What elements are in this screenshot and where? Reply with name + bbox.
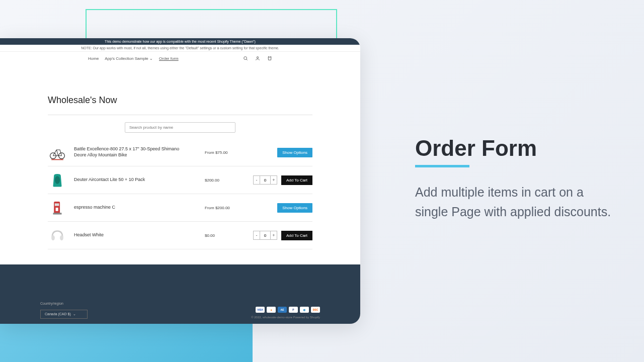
svg-point-6 [55,176,60,184]
qty-value[interactable]: 0 [260,231,270,240]
discover-icon: DSC [311,307,320,313]
search-input[interactable] [125,122,235,133]
svg-point-11 [51,235,55,240]
page-title: Wholesale's Now [48,95,312,106]
chevron-down-icon: ⌄ [149,56,153,61]
note-banner: NOTE: Our app works with most, if not al… [0,45,360,52]
quantity-stepper: - 0 + [253,175,277,185]
product-name[interactable]: Headset White [74,232,198,238]
product-row: Headset White $0.00 - 0 + Add To Cart [48,222,312,249]
chevron-down-icon: ⌄ [73,312,76,316]
product-name[interactable]: espresso machine C [74,205,198,211]
decorative-teal-frame [86,9,337,39]
navbar: Home App's Collection Sample ⌄ Order for… [0,52,360,65]
promo-text: Add multiple items in cart on a single P… [415,183,616,222]
region-label: Country/region [40,302,88,305]
diners-icon: ◐ [300,307,309,313]
main-content: Wholesale's Now Battle Excellence-800 27… [0,65,360,259]
svg-rect-9 [53,213,62,214]
add-to-cart-button[interactable]: Add To Cart [281,231,312,240]
svg-point-12 [60,235,63,240]
show-options-button[interactable]: Show Options [277,203,312,213]
product-price: $0.00 [205,233,240,238]
visa-icon: VISA [256,307,265,313]
svg-rect-8 [55,204,59,206]
qty-minus-button[interactable]: - [253,175,260,185]
demo-banner: This demo demonstrate how our app is com… [0,38,360,45]
add-to-cart-button[interactable]: Add To Cart [281,175,312,185]
promo-panel: Order Form Add multiple items in cart on… [415,136,616,222]
svg-point-0 [244,57,247,60]
nav-home[interactable]: Home [88,56,99,61]
svg-rect-5 [51,159,63,160]
cart-icon[interactable] [267,56,272,61]
product-thumb-bike [48,143,67,162]
decorative-blue-block [0,323,253,362]
show-options-button[interactable]: Show Options [277,148,312,157]
promo-title: Order Form [415,136,616,161]
amex-icon: AE [278,307,287,313]
product-thumb-backpack [48,170,67,190]
footer: Country/region Canada (CAD $) ⌄ VISA ●● … [0,264,360,324]
qty-minus-button[interactable]: - [253,231,260,240]
qty-value[interactable]: 0 [260,175,270,185]
nav-collection[interactable]: App's Collection Sample ⌄ [105,56,153,61]
product-name[interactable]: Deuter Aircontact Lite 50 + 10 Pack [74,177,198,183]
qty-plus-button[interactable]: + [270,231,277,240]
payment-icons: VISA ●● AE P ◐ DSC [251,307,320,313]
footer-right: VISA ●● AE P ◐ DSC © 2022, wholesale-dem… [251,307,320,319]
svg-rect-10 [56,208,58,211]
svg-line-1 [247,59,248,60]
quantity-stepper: - 0 + [253,231,277,240]
nav-order-form[interactable]: Order form [159,56,179,61]
product-price: From $200.00 [205,206,240,210]
product-row: espresso machine C From $200.00 Show Opt… [48,194,312,222]
account-icon[interactable] [255,56,260,61]
search-icon[interactable] [243,56,248,61]
qty-plus-button[interactable]: + [270,175,277,185]
region-selector-wrap: Country/region Canada (CAD $) ⌄ [40,302,88,319]
product-row: Deuter Aircontact Lite 50 + 10 Pack $200… [48,166,312,194]
paypal-icon: P [289,307,298,313]
product-thumb-espresso [48,198,67,217]
svg-point-2 [257,57,258,58]
app-screenshot-frame: This demo demonstrate how our app is com… [0,38,360,324]
region-select[interactable]: Canada (CAD $) ⌄ [40,310,88,319]
divider [48,115,312,115]
nav-icons [243,56,272,61]
product-row: Battle Excellence-800 27.5 x 17" 30-Spee… [48,139,312,166]
copyright: © 2022, wholesale-demo-store Powered by … [251,316,320,319]
promo-underline [415,165,469,167]
nav-links: Home App's Collection Sample ⌄ Order for… [88,56,179,61]
product-thumb-headset [48,226,67,245]
product-price: From $75.00 [205,150,240,155]
mastercard-icon: ●● [267,307,276,313]
product-name[interactable]: Battle Excellence-800 27.5 x 17" 30-Spee… [74,146,198,158]
product-price: $200.00 [205,178,240,183]
